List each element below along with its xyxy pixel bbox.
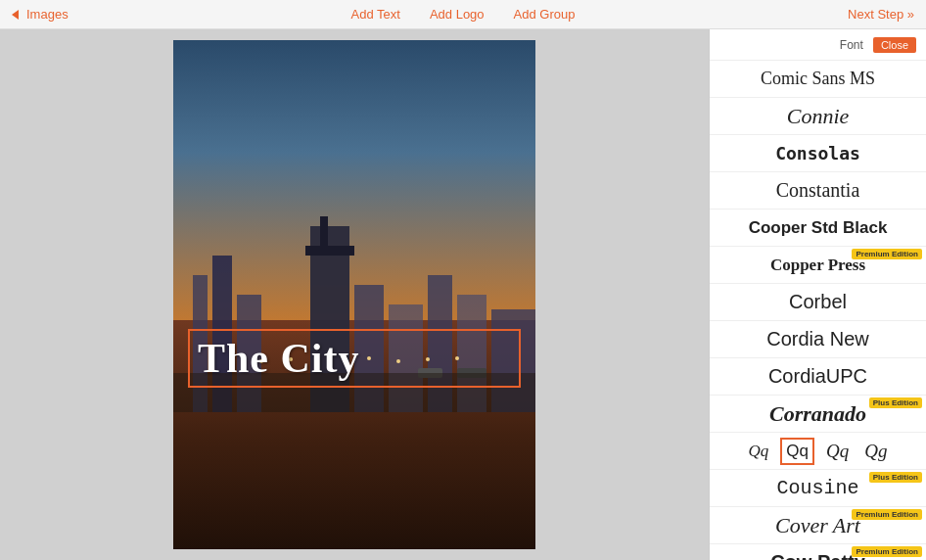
font-item-cow-patty[interactable]: Premium Edition Cow Patty — [710, 544, 926, 560]
back-arrow-icon — [12, 10, 19, 20]
toolbar-center: Add Text Add Logo Add Group — [351, 7, 576, 22]
plus-badge: Plus Edition — [869, 397, 922, 408]
font-name-label: Corranado — [769, 401, 866, 427]
font-item-consolas[interactable]: Consolas — [710, 135, 926, 172]
font-name-label: Corbel — [789, 291, 847, 313]
back-label: Images — [26, 7, 69, 22]
font-item-comic-sans-ms[interactable]: Comic Sans MS — [710, 61, 926, 98]
text-overlay-box[interactable]: The City — [188, 329, 521, 388]
image-container[interactable]: The City — [173, 40, 535, 549]
next-step-button[interactable]: Next Step » — [848, 7, 914, 22]
qq-variant-2-selected[interactable]: Qq — [780, 438, 814, 465]
font-item-copper-press[interactable]: Premium Edition Copper Press — [710, 247, 926, 284]
main-area: The City Font Close Comic Sans MS Connie… — [0, 29, 926, 560]
font-panel-header: Font Close — [710, 29, 926, 61]
font-name-label: Constantia — [776, 179, 860, 202]
close-font-panel-button[interactable]: Close — [873, 37, 916, 53]
font-item-cousine[interactable]: Plus Edition Cousine — [710, 470, 926, 507]
font-name-label: Cover Art — [775, 513, 860, 538]
qq-variant-1[interactable]: Qq — [745, 440, 773, 463]
font-item-cordia-upc[interactable]: CordiaUPC — [710, 358, 926, 396]
canvas-area: The City — [0, 29, 709, 560]
image-background: The City — [173, 40, 535, 549]
font-name-label: CordiaUPC — [768, 365, 867, 388]
premium-badge: Premium Edition — [852, 546, 922, 557]
next-step-label: Next Step » — [848, 7, 914, 22]
font-name-label: Connie — [787, 104, 850, 129]
overlay-text: The City — [198, 336, 360, 381]
svg-rect-6 — [305, 246, 354, 256]
font-name-label: Cow Patty — [770, 551, 865, 560]
font-name-label: Cousine — [776, 477, 858, 499]
add-logo-button[interactable]: Add Logo — [430, 7, 485, 22]
premium-badge: Premium Edition — [852, 249, 922, 259]
font-name-label: Consolas — [775, 143, 860, 163]
font-item-cover-art[interactable]: Premium Edition Cover Art — [710, 507, 926, 544]
font-variants-row[interactable]: Qq Qq Qq Qg — [710, 433, 926, 470]
font-item-cordia-new[interactable]: Cordia New — [710, 321, 926, 358]
premium-badge: Premium Edition — [852, 509, 922, 520]
svg-rect-4 — [320, 216, 328, 246]
font-item-corranado[interactable]: Plus Edition Corranado — [710, 396, 926, 433]
font-item-connie[interactable]: Connie — [710, 98, 926, 135]
font-panel: Font Close Comic Sans MS Connie Consolas… — [709, 29, 926, 560]
font-name-label: Cooper Std Black — [749, 218, 888, 238]
qq-variant-4[interactable]: Qg — [860, 439, 891, 464]
add-text-button[interactable]: Add Text — [351, 7, 400, 22]
font-item-corbel[interactable]: Corbel — [710, 284, 926, 321]
font-name-label: Comic Sans MS — [761, 69, 875, 89]
font-name-label: Cordia New — [766, 328, 868, 350]
font-list: Comic Sans MS Connie Consolas Constantia… — [710, 61, 926, 560]
toolbar: Images Add Text Add Logo Add Group Next … — [0, 0, 926, 29]
back-button[interactable]: Images — [12, 7, 69, 22]
font-panel-label: Font — [840, 38, 863, 52]
font-item-cooper-std-black[interactable]: Cooper Std Black — [710, 210, 926, 247]
qq-variant-3[interactable]: Qq — [822, 439, 853, 464]
plus-badge: Plus Edition — [869, 472, 922, 483]
font-item-constantia[interactable]: Constantia — [710, 172, 926, 210]
add-group-button[interactable]: Add Group — [514, 7, 576, 22]
